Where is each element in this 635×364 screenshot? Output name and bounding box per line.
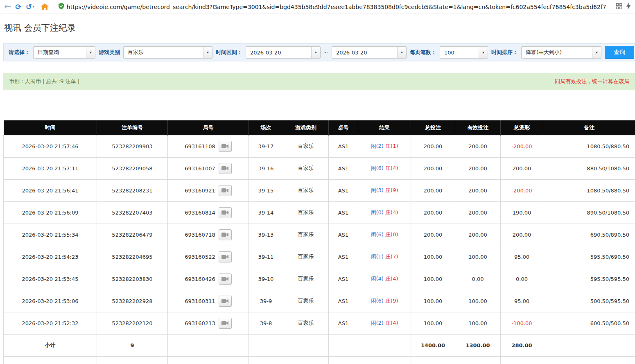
- chevron-down-icon[interactable]: ▾: [397, 47, 406, 58]
- video-camera-icon: [221, 298, 228, 303]
- undo-control[interactable]: ↺ ▾: [26, 3, 34, 11]
- currency-total-text: 币别：人民币 | 总共 :9 注单 |: [9, 78, 79, 85]
- table-row: 2026-03-20 21:52:32 523282202120 6931602…: [4, 312, 635, 334]
- total-bet-link[interactable]: 200.00: [411, 135, 455, 157]
- note-cell: 880.50/1080.50: [543, 157, 635, 179]
- chevron-down-icon[interactable]: ▾: [592, 47, 601, 58]
- bet-number-cell: 523282202928: [97, 290, 168, 312]
- result-banker: 庄(4): [385, 165, 398, 171]
- undo-icon[interactable]: ↺: [26, 3, 32, 11]
- result-player: 闲(2): [371, 143, 384, 149]
- video-replay-button[interactable]: [219, 318, 232, 329]
- round-cell: 693160213: [168, 312, 249, 334]
- chevron-down-icon[interactable]: ▾: [311, 47, 320, 58]
- game-type-label: 游戏类别: [99, 49, 120, 56]
- total-count: 9: [97, 356, 168, 364]
- total-bet-link[interactable]: 100.00: [411, 290, 455, 312]
- address-bar[interactable]: https://videoie.com/game/betrecord_searc…: [55, 2, 610, 12]
- total-bet-link[interactable]: 200.00: [411, 179, 455, 201]
- home-icon[interactable]: [41, 3, 49, 10]
- total-bet-link[interactable]: 200.00: [411, 201, 455, 224]
- extensions-grid-icon[interactable]: [616, 3, 622, 11]
- refresh-icon[interactable]: ⟳: [16, 3, 22, 11]
- col-header-table-no: 桌号: [329, 120, 358, 135]
- total-bet-link[interactable]: 200.00: [411, 224, 455, 246]
- video-camera-icon: [221, 166, 228, 171]
- result-banker: 庄(4): [385, 320, 398, 326]
- time-cell: 2026-03-20 21:56:41: [4, 179, 97, 201]
- table-number-cell: AS1: [329, 224, 358, 246]
- payout-cell: 0.00: [501, 268, 543, 290]
- session-cell: 39-11: [249, 246, 283, 268]
- chevron-down-icon[interactable]: ▾: [203, 47, 212, 58]
- lightning-icon[interactable]: [626, 2, 631, 11]
- table-row: 2026-03-20 21:55:34 523282206479 6931607…: [4, 224, 635, 246]
- chevron-down-icon[interactable]: ▾: [479, 47, 488, 58]
- search-button[interactable]: 查询: [605, 46, 634, 59]
- page-title: 视讯 会员下注纪录: [4, 22, 635, 34]
- result-cell: 闲(6) 庄(0): [358, 224, 411, 246]
- result-banker: 庄(9): [385, 298, 398, 304]
- round-number: 693160213: [185, 320, 215, 326]
- bet-number-cell: 523282208231: [97, 179, 168, 201]
- game-type-cell: 百家乐: [283, 135, 329, 157]
- total-bet-link[interactable]: 200.00: [411, 157, 455, 179]
- bet-number-cell: 523282202120: [97, 312, 168, 334]
- total-bet-link[interactable]: 100.00: [411, 246, 455, 268]
- back-icon[interactable]: ←: [4, 2, 11, 11]
- date-range-tilde: ~: [324, 50, 328, 56]
- col-header-session: 场次: [249, 120, 283, 135]
- table-number-cell: AS1: [329, 179, 358, 201]
- bet-table-body: 2026-03-20 21:57:46 523282209903 6931611…: [4, 135, 635, 334]
- table-row: 2026-03-20 21:56:09 523282207403 6931608…: [4, 201, 635, 224]
- total-bet-link[interactable]: 100.00: [411, 312, 455, 334]
- time-cell: 2026-03-20 21:57:46: [4, 135, 97, 157]
- video-replay-button[interactable]: [219, 274, 232, 285]
- video-replay-button[interactable]: [219, 185, 232, 196]
- video-replay-button[interactable]: [219, 141, 232, 152]
- note-cell: 890.50/1080.50: [543, 201, 635, 224]
- table-header: 时间 注单编号 局号 场次 游戏类别 桌号 结果 总投注 有效投注 总派彩 备注: [4, 120, 635, 135]
- video-replay-button[interactable]: [219, 251, 232, 262]
- video-replay-button[interactable]: [219, 296, 232, 307]
- bet-number-cell: 523282206479: [97, 224, 168, 246]
- table-row: 2026-03-20 21:53:45 523282203830 6931604…: [4, 268, 635, 290]
- note-cell: 595.50/595.50: [543, 268, 635, 290]
- result-player: 闲(1): [371, 253, 384, 260]
- round-number: 693160921: [185, 188, 215, 194]
- video-camera-icon: [221, 232, 228, 237]
- video-replay-button[interactable]: [219, 229, 232, 240]
- col-header-valid-bet: 有效投注: [455, 120, 501, 135]
- select-label: 请选择：: [9, 49, 30, 56]
- video-replay-button[interactable]: [219, 207, 232, 218]
- time-cell: 2026-03-20 21:54:23: [4, 246, 97, 268]
- col-header-note: 备注: [543, 120, 635, 135]
- note-cell: 595.50/690.50: [543, 246, 635, 268]
- subtotal-payout: 280.00: [501, 334, 543, 356]
- result-cell: 闲(1) 庄(7): [358, 246, 411, 268]
- total-label: 总计: [4, 356, 97, 364]
- game-type-cell: 百家乐: [283, 201, 329, 224]
- url-text[interactable]: https://videoie.com/game/betrecord_searc…: [67, 4, 607, 10]
- col-header-round: 局号: [168, 120, 249, 135]
- summary-bar: 币别：人民币 | 总共 :9 注单 | 同局有效投注，统一计算在该局: [3, 73, 635, 90]
- sort-select[interactable]: 降幂(由大到小) ▾: [521, 46, 601, 59]
- game-type-cell: 百家乐: [283, 246, 329, 268]
- result-banker: 庄(7): [385, 253, 398, 260]
- payout-cell: 95.00: [501, 290, 543, 312]
- time-cell: 2026-03-20 21:55:34: [4, 224, 97, 246]
- result-player: 闲(6): [371, 298, 384, 304]
- page-size-select[interactable]: 100 ▾: [440, 46, 488, 59]
- date-from-select[interactable]: 2026-03-20 ▾: [246, 46, 321, 59]
- video-camera-icon: [221, 276, 228, 281]
- chevron-down-icon[interactable]: ▾: [86, 47, 95, 58]
- result-player: 闲(4): [371, 276, 384, 282]
- round-number: 693160814: [185, 210, 215, 216]
- undo-dropdown-caret-icon[interactable]: ▾: [33, 5, 34, 9]
- game-type-select[interactable]: 百家乐 ▾: [123, 46, 212, 59]
- total-bet-link[interactable]: 100.00: [411, 268, 455, 290]
- video-replay-button[interactable]: [219, 163, 232, 174]
- date-to-value: 2026-03-20: [336, 50, 367, 56]
- query-type-select[interactable]: 日期查询 ▾: [33, 46, 95, 59]
- date-to-select[interactable]: 2026-03-20 ▾: [332, 46, 407, 59]
